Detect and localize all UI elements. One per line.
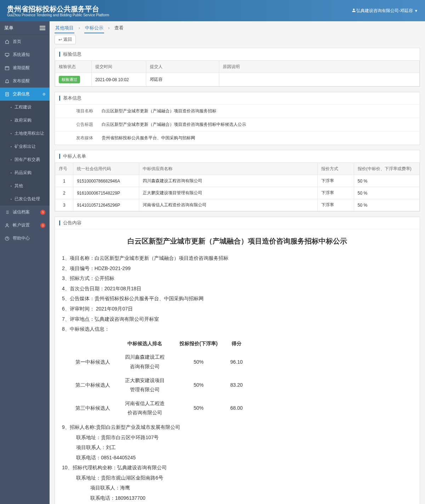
main-content: 其他项目 › 中标公示 › 查看 ↩ 返回 核验信息 核验状态 提交时间 提交人…	[50, 21, 425, 504]
sidebar-item-label: 发布提醒	[13, 78, 30, 84]
cell-method: 下浮率	[317, 175, 354, 187]
panel-title: 基本信息	[55, 92, 420, 105]
monitor-icon	[4, 52, 10, 57]
para: 2、项目编号：HDZB-2021-299	[62, 264, 413, 273]
th-code: 统一社会信用代码	[73, 163, 139, 175]
cell-seq: 2	[55, 187, 73, 199]
th-reason: 原因说明	[219, 61, 420, 73]
para: 联系电话：0851-84405245	[62, 453, 413, 463]
sidebar-item-label: 诚信档案	[13, 209, 30, 215]
cth: 中标候选人排名	[117, 337, 173, 351]
sidebar-subitem-label: 土地使用权出让	[15, 130, 44, 136]
user-icon	[351, 8, 356, 14]
cell-method: 下浮率	[317, 199, 354, 211]
announcement-body: 白云区新型产业城市更新（产城融合）项目造价咨询服务招标中标公示 1、项目名称：白…	[55, 229, 420, 504]
sidebar-subitem[interactable]: 其他	[0, 179, 50, 192]
th-time: 提交时间	[91, 61, 146, 73]
para: 4、首次公告日期：2021年08月18日	[62, 284, 413, 293]
back-button[interactable]: ↩ 返回	[55, 35, 76, 44]
para: 项目联系人：海鹰	[62, 483, 413, 493]
info-label: 项目名称	[55, 105, 97, 118]
menu-header: 菜单	[0, 21, 50, 35]
info-value: 贵州省招标投标公共服务平台、中国采购与招标网	[97, 131, 420, 145]
th-price: 报价(中标价、下浮率或费率)	[354, 163, 419, 175]
para: 7、评审地点：弘典建设咨询有限公司开标室	[62, 314, 413, 324]
sidebar-item[interactable]: 首页	[0, 35, 50, 48]
panel-title: 中标人名单	[55, 150, 420, 163]
doc-icon	[4, 92, 10, 97]
candidate-table: 中标候选人排名投标报价(下浮率)得分 第一中标候选人四川鑫森建设工程咨询有限公司…	[69, 337, 249, 420]
badge: 0	[40, 210, 45, 215]
ctd: 第二中标候选人	[69, 374, 117, 397]
sidebar-subitem[interactable]: 国有产权交易	[0, 153, 50, 166]
para: 10、招标代理机构全称：弘典建设咨询有限公司	[62, 463, 413, 472]
table-row: 391410105712645296P河南省信人工程造价咨询有限公司下浮率50 …	[55, 199, 420, 211]
home-icon	[4, 39, 10, 44]
th-method: 报价方式	[317, 163, 354, 175]
ctd: 第一中标候选人	[69, 350, 117, 373]
cth: 投标报价(下浮率)	[173, 337, 224, 351]
sidebar-subitem[interactable]: 政府采购	[0, 114, 50, 127]
bell-icon	[4, 79, 10, 84]
cell-code: 91610000671548229P	[73, 187, 139, 199]
winners-panel: 中标人名单 序号 统一社会信用代码 中标供应商名称 报价方式 报价(中标价、下浮…	[55, 150, 420, 212]
sidebar-subitem[interactable]: 已发公告处理	[0, 192, 50, 206]
sidebar-item[interactable]: 交易信息⊖	[0, 88, 50, 101]
cell-time: 2021-09-08 10:02	[91, 73, 146, 86]
cell-name: 河南省信人工程造价咨询有限公司	[139, 199, 317, 211]
content-panel: 公告内容 白云区新型产业城市更新（产城融合）项目造价咨询服务招标中标公示 1、项…	[55, 217, 420, 504]
menu-toggle-icon[interactable]	[40, 26, 45, 30]
sidebar-item[interactable]: 逾期提醒	[0, 61, 50, 74]
cell-method: 下浮率	[317, 187, 354, 199]
user-dropdown[interactable]: 弘典建设咨询有限公司-邓廷容 ▼	[351, 8, 418, 14]
sidebar-item[interactable]: 帐户设置0	[0, 219, 50, 232]
info-label: 公告标题	[55, 118, 97, 131]
cell-price: 50 %	[354, 187, 419, 199]
sidebar-subitem[interactable]: 矿业权出让	[0, 140, 50, 153]
cell-code: 91510000786682946A	[73, 175, 139, 187]
sidebar-item[interactable]: 诚信档案0	[0, 206, 50, 219]
breadcrumb-item[interactable]: 其他项目	[55, 24, 74, 33]
ctd: 河南省信人工程造价咨询有限公司	[117, 397, 173, 420]
help-icon	[4, 236, 10, 241]
svg-rect-0	[5, 53, 9, 56]
sidebar-item[interactable]: 发布提醒	[0, 74, 50, 88]
sidebar-item-label: 系统通知	[13, 52, 30, 58]
sidebar-subitem-label: 药品采购	[15, 170, 32, 176]
sidebar-subitem-label: 工程建设	[15, 104, 32, 110]
svg-rect-1	[5, 66, 9, 69]
table-row: 191510000786682946A四川鑫森建设工程咨询有限公司下浮率50 %	[55, 175, 420, 187]
sidebar-item[interactable]: 帮助中心	[0, 232, 50, 245]
app-subtitle: GuiZhou Province Tendering and Bidding P…	[7, 13, 109, 17]
para: 6、评审时间： 2021年09月07日	[62, 304, 413, 314]
sidebar-item-label: 帐户设置	[13, 222, 30, 228]
th-status: 核验状态	[55, 61, 92, 73]
para: 5、公告媒体：贵州省招标投标公共服务平台、中国采购与招标网	[62, 294, 413, 303]
para: 8、中标候选人信息：	[62, 324, 413, 334]
th-submitter: 提交人	[146, 61, 219, 73]
list-icon	[4, 210, 10, 215]
sidebar-subitem-label: 国有产权交易	[15, 157, 40, 163]
th-seq: 序号	[55, 163, 73, 175]
cell-name: 正大鹏安建设项目管理有限公司	[139, 187, 317, 199]
sidebar-item[interactable]: 系统通知	[0, 48, 50, 61]
sidebar-subitem[interactable]: 土地使用权出让	[0, 127, 50, 140]
info-row: 项目名称白云区新型产业城市更新（产城融合）项目造价咨询服务招标	[55, 105, 420, 118]
menu-label: 菜单	[4, 25, 13, 31]
cell-submitter: 邓廷容	[146, 73, 219, 86]
para: 联系地址：贵阳市观山湖区金阳南路6号	[62, 473, 413, 483]
user-icon	[4, 223, 10, 228]
back-icon: ↩	[58, 37, 62, 42]
ctd: 50%	[173, 397, 224, 420]
info-row: 发布媒体贵州省招标投标公共服务平台、中国采购与招标网	[55, 131, 420, 145]
ctd: 第三中标候选人	[69, 397, 117, 420]
sidebar-subitem[interactable]: 药品采购	[0, 166, 50, 179]
info-label: 发布媒体	[55, 131, 97, 145]
cell-seq: 1	[55, 175, 73, 187]
panel-title: 公告内容	[55, 217, 420, 229]
breadcrumb-item[interactable]: 中标公示	[84, 24, 104, 33]
sidebar-subitem[interactable]: 工程建设	[0, 101, 50, 114]
sidebar-item-label: 逾期提醒	[13, 65, 30, 71]
verify-table: 核验状态 提交时间 提交人 原因说明 核验通过 2021-09-08 10:02…	[55, 61, 420, 86]
user-name: 弘典建设咨询有限公司-邓廷容	[356, 8, 413, 14]
